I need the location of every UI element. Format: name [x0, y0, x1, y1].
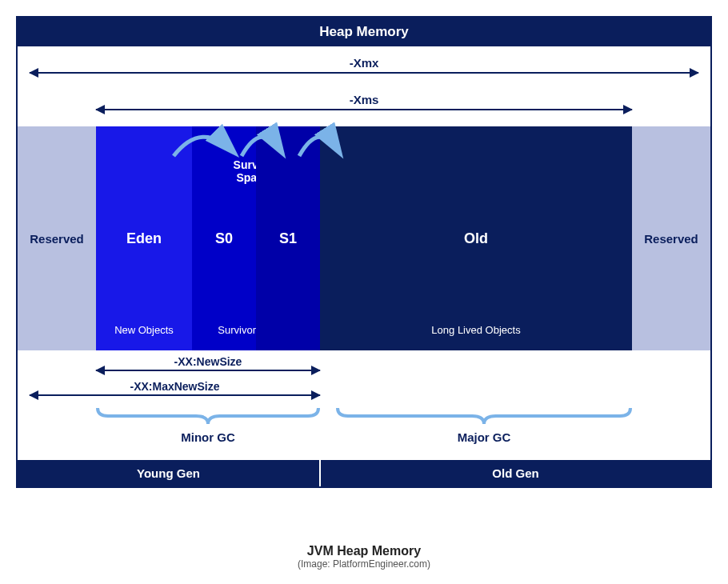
maxnewsize-arrow: -XX:MaxNewSize — [30, 394, 320, 396]
s1-segment: S1 — [256, 126, 320, 350]
major-gc-brace — [336, 406, 632, 426]
top-sizing-arrows: -Xmx -Xms — [18, 46, 710, 126]
old-gen-label: Old Gen — [320, 458, 710, 486]
xmx-arrow: -Xmx — [30, 72, 698, 74]
old-title: Old — [464, 230, 488, 247]
caption-title: JVM Heap Memory — [0, 544, 728, 558]
old-sub: Long Lived Objects — [431, 324, 520, 336]
xms-arrow: -Xms — [96, 109, 632, 110]
header-title: Heap Memory — [18, 18, 710, 46]
gc-braces: Minor GC Major GC — [18, 402, 710, 458]
s1-title: S1 — [279, 230, 297, 247]
newsize-arrow: -XX:NewSize — [96, 370, 320, 371]
young-gen-label: Young Gen — [18, 458, 320, 486]
heap-segments: Reserved Eden New Objects Survivor Space… — [18, 126, 710, 350]
eden-segment: Eden New Objects — [96, 126, 192, 350]
reserved-right: Reserved — [632, 126, 710, 350]
s0-segment: Survivor Spaces S0 Survivor Objects — [192, 126, 256, 350]
maxnewsize-label: -XX:MaxNewSize — [30, 380, 320, 393]
eden-title: Eden — [126, 230, 162, 247]
xmx-label: -Xmx — [30, 56, 698, 70]
promotion-arrows — [18, 120, 714, 160]
reserved-left: Reserved — [18, 126, 96, 350]
bottom-sizing-arrows: -XX:NewSize -XX:MaxNewSize — [18, 350, 710, 402]
xms-label: -Xms — [96, 93, 632, 106]
major-gc-label: Major GC — [336, 430, 632, 444]
caption-sub: (Image: PlatformEngineer.com) — [0, 558, 728, 570]
s0-title: S0 — [215, 230, 233, 247]
generation-footer: Young Gen Old Gen — [18, 458, 710, 486]
eden-sub: New Objects — [114, 324, 174, 336]
old-segment: Old Long Lived Objects — [320, 126, 632, 350]
minor-gc-label: Minor GC — [96, 430, 320, 444]
newsize-label: -XX:NewSize — [96, 355, 320, 368]
caption: JVM Heap Memory (Image: PlatformEngineer… — [0, 544, 728, 570]
heap-diagram: Heap Memory -Xmx -Xms Reserved Eden New … — [16, 16, 712, 488]
minor-gc-brace — [96, 406, 320, 426]
